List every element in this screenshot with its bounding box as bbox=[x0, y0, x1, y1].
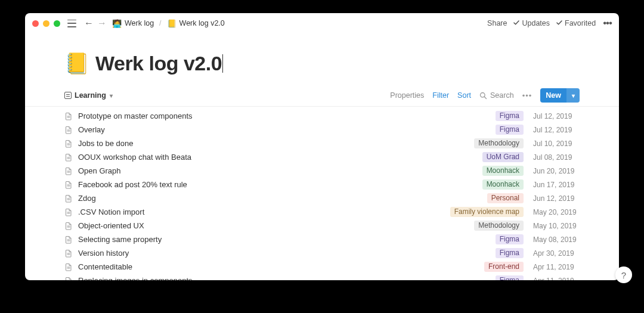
list-item[interactable]: Open GraphMoonhackJun 20, 2019 bbox=[64, 164, 580, 178]
close-window-button[interactable] bbox=[32, 20, 39, 27]
favorited-button[interactable]: Favorited bbox=[556, 19, 596, 28]
list-item-date: Jul 08, 2019 bbox=[533, 153, 580, 162]
properties-button[interactable]: Properties bbox=[390, 91, 424, 100]
list-item[interactable]: Selecting same propertyFigmaMay 08, 2019 bbox=[64, 233, 580, 246]
view-label: Learning bbox=[75, 91, 106, 100]
page-emoji[interactable]: 📒 bbox=[64, 51, 89, 75]
favorited-label: Favorited bbox=[565, 19, 596, 27]
breadcrumb-parent-icon: 🧑‍💻 bbox=[112, 19, 122, 28]
breadcrumb-current[interactable]: Werk log v2.0 bbox=[179, 19, 225, 27]
list-view-icon bbox=[64, 92, 72, 99]
tag-badge: Family violence map bbox=[450, 207, 524, 217]
list-item[interactable]: ZdogPersonalJun 12, 2019 bbox=[64, 191, 580, 205]
breadcrumb-parent[interactable]: Werk log bbox=[125, 19, 154, 27]
tag-badge: Methodology bbox=[474, 138, 524, 148]
list-item-date: Jul 12, 2019 bbox=[533, 126, 580, 134]
page-icon bbox=[64, 167, 73, 175]
tag-badge: Figma bbox=[496, 248, 524, 258]
help-button[interactable]: ? bbox=[615, 266, 632, 283]
titlebar: ← → 🧑‍💻 Werk log / 📒 Werk log v2.0 Share… bbox=[25, 13, 619, 33]
list-item-title: OOUX workshop chat with Beata bbox=[78, 153, 478, 162]
list-item-date: Jun 12, 2019 bbox=[533, 194, 580, 203]
breadcrumb-separator: / bbox=[159, 19, 161, 27]
list-item[interactable]: Object-oriented UXMethodologyMay 10, 201… bbox=[64, 219, 580, 233]
view-picker[interactable]: Learning ▾ bbox=[64, 91, 113, 100]
page-icon bbox=[64, 153, 73, 162]
list-item[interactable]: Prototype on master componentsFigmaJul 1… bbox=[64, 109, 580, 123]
page-icon bbox=[64, 235, 73, 244]
more-menu-button[interactable]: ••• bbox=[603, 17, 612, 29]
list-item-date: May 08, 2019 bbox=[533, 235, 580, 244]
list-item-title: Contenteditable bbox=[78, 262, 479, 271]
sidebar-toggle-icon[interactable] bbox=[67, 20, 76, 27]
list-item-date: May 10, 2019 bbox=[533, 222, 580, 230]
list-item-date: Jul 12, 2019 bbox=[533, 112, 580, 120]
search-label: Search bbox=[490, 91, 514, 100]
page-icon bbox=[64, 112, 73, 120]
list-item[interactable]: .CSV Notion importFamily violence mapMay… bbox=[64, 205, 580, 219]
page-content: 📒 Werk log v2.0 Learning ▾ Properties Fi… bbox=[25, 33, 619, 280]
list-item-title: Open Graph bbox=[78, 166, 478, 175]
tag-badge: Methodology bbox=[474, 221, 524, 231]
breadcrumb: 🧑‍💻 Werk log / 📒 Werk log v2.0 bbox=[112, 19, 225, 28]
list-item[interactable]: OverlayFigmaJul 12, 2019 bbox=[64, 123, 580, 137]
page-icon bbox=[64, 126, 73, 134]
list-item-title: Prototype on master components bbox=[78, 111, 491, 120]
list-item[interactable]: Facebook ad post 20% text ruleMoonhackJu… bbox=[64, 178, 580, 191]
page-title[interactable]: Werk log v2.0 bbox=[95, 52, 222, 75]
list-item-title: Overlay bbox=[78, 125, 491, 134]
list-item[interactable]: Jobs to be doneMethodologyJul 10, 2019 bbox=[64, 137, 580, 150]
check-icon bbox=[513, 19, 520, 28]
tag-badge: Figma bbox=[496, 111, 524, 121]
list-item-date: Apr 11, 2019 bbox=[533, 277, 580, 281]
page-icon bbox=[64, 263, 73, 271]
maximize-window-button[interactable] bbox=[54, 20, 60, 27]
search-button[interactable]: Search bbox=[479, 91, 514, 100]
minimize-window-button[interactable] bbox=[43, 20, 49, 27]
breadcrumb-current-icon: 📒 bbox=[167, 19, 177, 28]
check-icon bbox=[556, 19, 563, 28]
list-item[interactable]: Replacing images in componentsFigmaApr 1… bbox=[64, 274, 580, 280]
share-button[interactable]: Share bbox=[487, 19, 507, 27]
new-button[interactable]: New ▾ bbox=[540, 88, 580, 103]
list-item-date: Apr 30, 2019 bbox=[533, 249, 580, 258]
tag-badge: Figma bbox=[496, 275, 524, 280]
chevron-down-icon: ▾ bbox=[110, 92, 113, 99]
tag-badge: UoM Grad bbox=[482, 152, 524, 162]
updates-button[interactable]: Updates bbox=[513, 19, 550, 28]
toolbar-more-button[interactable]: ••• bbox=[522, 91, 532, 100]
sort-button[interactable]: Sort bbox=[457, 91, 471, 100]
new-button-dropdown[interactable]: ▾ bbox=[566, 88, 580, 103]
svg-line-1 bbox=[484, 97, 486, 98]
tag-badge: Moonhack bbox=[482, 166, 524, 176]
page-icon bbox=[64, 194, 73, 203]
list-item[interactable]: ContenteditableFront-endApr 11, 2019 bbox=[64, 260, 580, 274]
list-item[interactable]: Version historyFigmaApr 30, 2019 bbox=[64, 246, 580, 260]
page-icon bbox=[64, 181, 73, 189]
list-item-title: Zdog bbox=[78, 194, 482, 203]
tag-badge: Personal bbox=[487, 193, 524, 203]
database-toolbar: Learning ▾ Properties Filter Sort Search… bbox=[25, 80, 619, 107]
list-item-title: Jobs to be done bbox=[78, 139, 469, 148]
list-item-date: Jun 20, 2019 bbox=[533, 167, 580, 175]
filter-button[interactable]: Filter bbox=[432, 91, 449, 100]
list-item-date: Apr 11, 2019 bbox=[533, 263, 580, 271]
top-actions: Share Updates Favorited ••• bbox=[487, 17, 612, 29]
nav-back-button[interactable]: ← bbox=[82, 18, 95, 29]
tag-badge: Moonhack bbox=[482, 179, 524, 190]
list-item[interactable]: OOUX workshop chat with BeataUoM GradJul… bbox=[64, 150, 580, 164]
page-icon bbox=[64, 140, 73, 148]
tag-badge: Front-end bbox=[484, 262, 524, 272]
list-item-title: Version history bbox=[78, 249, 491, 258]
new-button-label: New bbox=[540, 91, 566, 100]
list-item-title: Selecting same property bbox=[78, 235, 491, 244]
updates-label: Updates bbox=[522, 19, 550, 27]
page-icon bbox=[64, 208, 73, 216]
page-icon bbox=[64, 249, 73, 258]
page-icon bbox=[64, 222, 73, 230]
list-item-date: Jun 17, 2019 bbox=[533, 181, 580, 189]
tag-badge: Figma bbox=[496, 234, 524, 244]
nav-forward-button[interactable]: → bbox=[95, 18, 109, 29]
app-window: ← → 🧑‍💻 Werk log / 📒 Werk log v2.0 Share… bbox=[25, 13, 619, 280]
list-item-title: .CSV Notion import bbox=[78, 207, 445, 216]
